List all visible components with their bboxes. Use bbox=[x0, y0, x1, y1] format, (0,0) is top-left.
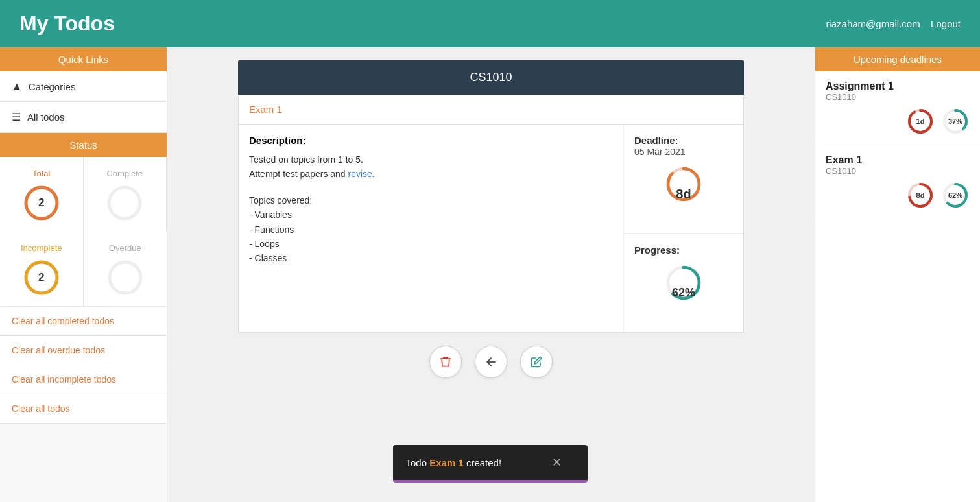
deadline-label: Deadline: 05 Mar 2021 bbox=[634, 135, 733, 157]
description-line-4: Topics covered: bbox=[249, 193, 612, 208]
description-line-1: Tested on topics from 1 to 5. bbox=[249, 152, 612, 167]
back-button[interactable] bbox=[475, 346, 507, 378]
exam1-percent-label: 62% bbox=[948, 191, 962, 199]
clear-overdue-button[interactable]: Clear all overdue todos bbox=[0, 336, 167, 365]
deadline-days: 8d bbox=[676, 187, 691, 202]
deadline-panel: Deadline: 05 Mar 2021 8d bbox=[624, 125, 743, 234]
todo-actions bbox=[429, 346, 553, 378]
alltodos-label: All todos bbox=[27, 112, 65, 123]
progress-percent: 62% bbox=[672, 286, 695, 300]
upcoming-exam1-badges: 8d 62% bbox=[826, 181, 970, 209]
delete-button[interactable] bbox=[429, 346, 462, 378]
status-complete: Complete bbox=[84, 157, 167, 232]
incomplete-donut: 2 bbox=[22, 258, 61, 297]
todo-body: Description: Tested on topics from 1 to … bbox=[238, 125, 744, 333]
total-donut: 2 bbox=[22, 184, 61, 222]
exam1-days-label: 8d bbox=[916, 191, 925, 199]
toast-name: Exam 1 bbox=[429, 457, 464, 468]
toast-message: Todo Exam 1 created! bbox=[406, 457, 502, 468]
total-value: 2 bbox=[38, 197, 44, 209]
progress-donut: 62% bbox=[654, 263, 713, 322]
description-line-2: Attempt test papers and revise. bbox=[249, 167, 612, 181]
upcoming-header: Upcoming deadlines bbox=[815, 47, 980, 71]
logout-link[interactable]: Logout bbox=[931, 18, 961, 29]
sidebar-item-categories[interactable]: ▲ Categories bbox=[0, 71, 167, 102]
desc-scroll[interactable]: Description: Tested on topics from 1 to … bbox=[249, 135, 612, 266]
description-line-7: - Loops bbox=[249, 237, 612, 251]
status-total-label: Total bbox=[32, 169, 50, 178]
overdue-donut bbox=[106, 258, 145, 297]
list-icon: ☰ bbox=[12, 111, 21, 123]
status-overdue-label: Overdue bbox=[109, 243, 141, 253]
progress-panel: Progress: 62% bbox=[624, 234, 743, 332]
todo-title-prefix: Exam bbox=[249, 104, 277, 115]
status-header: Status bbox=[0, 133, 167, 157]
exam1-days-donut: 8d bbox=[906, 181, 935, 209]
assignment1-percent-label: 37% bbox=[948, 117, 962, 125]
quicklinks-header: Quick Links bbox=[0, 47, 167, 71]
upcoming-item-assignment1: Assignment 1 CS1010 1d 37% bbox=[815, 71, 980, 145]
upcoming-assignment1-badges: 1d 37% bbox=[826, 107, 970, 136]
incomplete-value: 2 bbox=[38, 271, 44, 284]
edit-button[interactable] bbox=[520, 346, 553, 378]
status-overdue: Overdue bbox=[84, 232, 167, 306]
deadline-date: 05 Mar 2021 bbox=[634, 147, 686, 157]
clear-incomplete-button[interactable]: Clear all incomplete todos bbox=[0, 365, 167, 394]
status-total: Total 2 bbox=[0, 157, 84, 232]
upcoming-assignment1-sub: CS1010 bbox=[826, 92, 970, 102]
todo-right-panels: Deadline: 05 Mar 2021 8d bbox=[623, 125, 743, 332]
assignment1-days-label: 1d bbox=[916, 117, 925, 125]
assignment1-days-donut: 1d bbox=[906, 107, 935, 136]
todo-course-header: CS1010 bbox=[238, 60, 744, 95]
toast-notification: Todo Exam 1 created! ✕ bbox=[393, 445, 588, 483]
assignment1-progress-donut: 37% bbox=[941, 107, 970, 136]
status-circles: Total 2 Complete bbox=[0, 157, 167, 307]
upcoming-exam1-title: Exam 1 bbox=[826, 154, 970, 166]
progress-label: Progress: bbox=[634, 245, 733, 256]
app-title: My Todos bbox=[19, 12, 115, 36]
description-header: Description: bbox=[249, 135, 612, 146]
upcoming-sidebar: Upcoming deadlines Assignment 1 CS1010 1… bbox=[815, 47, 980, 502]
description-line-6: - Functions bbox=[249, 222, 612, 237]
upcoming-exam1-sub: CS1010 bbox=[826, 166, 970, 176]
todo-card: CS1010 Exam 1 Description: Tested on top… bbox=[238, 60, 744, 333]
categories-icon: ▲ bbox=[12, 80, 22, 92]
upcoming-assignment1-title: Assignment 1 bbox=[826, 80, 970, 92]
header-user-area: riazaham@gmail.com Logout bbox=[826, 18, 961, 30]
categories-label: Categories bbox=[29, 81, 76, 92]
upcoming-item-exam1: Exam 1 CS1010 8d 62% bbox=[815, 145, 980, 219]
left-sidebar: Quick Links ▲ Categories ☰ All todos Sta… bbox=[0, 47, 167, 502]
svg-point-2 bbox=[109, 187, 140, 219]
todo-title-num: 1 bbox=[277, 104, 282, 115]
exam1-progress-donut: 62% bbox=[941, 181, 970, 209]
center-content: CS1010 Exam 1 Description: Tested on top… bbox=[167, 47, 815, 502]
status-incomplete: Incomplete 2 bbox=[0, 232, 84, 306]
clear-completed-button[interactable]: Clear all completed todos bbox=[0, 307, 167, 336]
toast-close-button[interactable]: ✕ bbox=[552, 455, 562, 470]
description-line-8: - Classes bbox=[249, 251, 612, 265]
status-complete-label: Complete bbox=[106, 169, 143, 178]
complete-donut bbox=[105, 184, 144, 222]
user-email: riazaham@gmail.com bbox=[826, 18, 920, 29]
deadline-donut: 8d bbox=[654, 165, 713, 223]
status-incomplete-label: Incomplete bbox=[21, 243, 62, 253]
todo-title-bar: Exam 1 bbox=[238, 95, 744, 125]
description-line-5: - Variables bbox=[249, 208, 612, 222]
sidebar-item-alltodos[interactable]: ☰ All todos bbox=[0, 102, 167, 133]
svg-point-5 bbox=[110, 262, 141, 293]
todo-description-panel: Description: Tested on topics from 1 to … bbox=[239, 125, 623, 332]
main-layout: Quick Links ▲ Categories ☰ All todos Sta… bbox=[0, 47, 980, 502]
app-header: My Todos riazaham@gmail.com Logout bbox=[0, 0, 980, 47]
clear-all-button[interactable]: Clear all todos bbox=[0, 394, 167, 424]
